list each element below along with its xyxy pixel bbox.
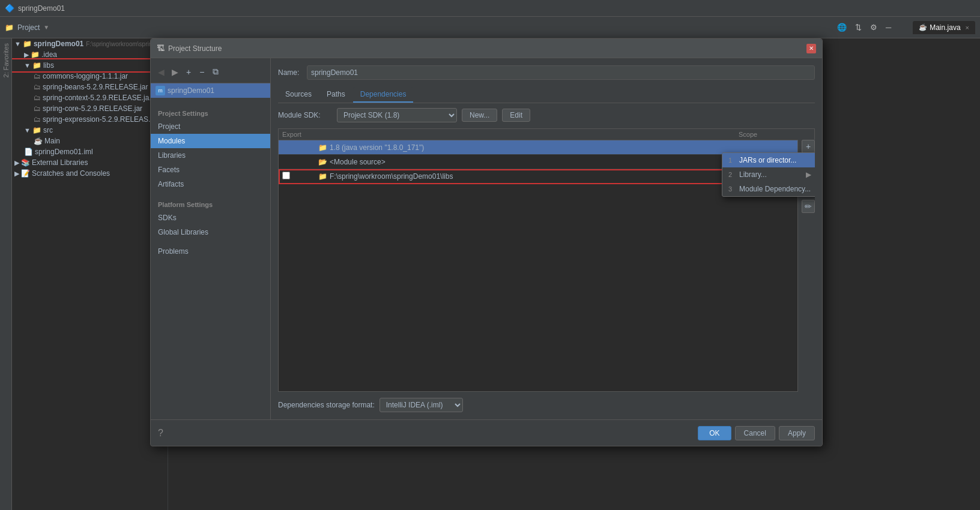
- dialog-nav-toolbar: ◀ ▶ + − ⧉: [151, 63, 270, 83]
- jar-label-4: spring-core-5.2.9.RELEASE.jar: [43, 104, 142, 113]
- apply-button[interactable]: Apply: [779, 426, 815, 440]
- class-icon: ☕: [34, 137, 43, 145]
- tree-item-jar5[interactable]: 🗂 spring-expression-5.2.9.RELEAS...: [12, 114, 168, 125]
- module-item-springdemo01[interactable]: m springDemo01: [151, 83, 270, 98]
- forward-btn[interactable]: ▶: [169, 66, 181, 78]
- help-icon[interactable]: ?: [158, 428, 163, 439]
- submenu-arrow: ▶: [806, 170, 811, 179]
- tree-item-jar4[interactable]: 🗂 spring-core-5.2.9.RELEASE.jar: [12, 103, 168, 114]
- tree-item-scratches[interactable]: ▶ 📝 Scratches and Consoles: [12, 168, 168, 179]
- jar-icon-2: 🗂: [34, 83, 41, 91]
- project-sidebar: ▼ 📁 springDemo01 F:\spring\workroom\spri…: [12, 38, 168, 510]
- toolbar: 📁 Project ▼ 🌐 ⇅ ⚙ ─ ☕ Main.java ×: [0, 17, 980, 38]
- src-icon: 📁: [32, 126, 41, 134]
- name-row: Name:: [278, 65, 815, 80]
- expand-icon-scratch: ▶: [14, 170, 19, 178]
- dep-table-wrapper: 📁 1.8 (java version "1.8.0_171") 📂: [278, 140, 815, 392]
- dialog-titlebar: 🏗 Project Structure ✕: [151, 39, 822, 58]
- favorites-tab[interactable]: 2: Favorites: [1, 38, 11, 82]
- folder-icon-libs: 📁: [32, 61, 41, 70]
- folder-icon-idea: 📁: [31, 50, 40, 59]
- dropdown-item-jars[interactable]: 1 JARs or director...: [722, 153, 815, 167]
- expand-icon-src: ▼: [24, 127, 31, 134]
- tree-label-ext-libs: External Libraries: [32, 158, 88, 167]
- tree-label-scratches: Scratches and Consoles: [32, 169, 110, 178]
- tab-main-java[interactable]: ☕ Main.java ×: [913, 21, 975, 34]
- tab-close-icon[interactable]: ×: [966, 24, 969, 31]
- sync-btn[interactable]: ⇅: [853, 22, 864, 33]
- tree-item-jar1[interactable]: 🗂 commons-logging-1.1.1.jar: [12, 71, 168, 82]
- tree-item-jar2[interactable]: 🗂 spring-beans-5.2.9.RELEASE.jar: [12, 82, 168, 92]
- sdk-select[interactable]: Project SDK (1.8): [337, 108, 457, 122]
- vertical-tab-strip: 2: Favorites: [0, 38, 12, 510]
- add-item-btn[interactable]: +: [183, 66, 194, 78]
- tab-dependencies[interactable]: Dependencies: [353, 87, 414, 103]
- dep-row-libs[interactable]: 📁 F:\spring\workroom\springDemo01\libs C…: [279, 169, 797, 184]
- name-label: Name:: [278, 68, 302, 77]
- dep-checkbox-libs[interactable]: [282, 172, 318, 181]
- dialog-title-text: Project Structure: [168, 44, 222, 53]
- minimize-btn[interactable]: ─: [883, 22, 894, 33]
- jar-icon-4: 🗂: [34, 104, 41, 113]
- item-label-jars: JARs or director...: [739, 156, 796, 164]
- project-dropdown[interactable]: Project: [17, 23, 40, 32]
- copy-item-btn[interactable]: ⧉: [210, 65, 222, 78]
- dialog-close-button[interactable]: ✕: [806, 44, 816, 53]
- libs-checkbox-input[interactable]: [282, 172, 290, 179]
- jar-label-2: spring-beans-5.2.9.RELEASE.jar: [43, 83, 148, 91]
- tree-item-jar3[interactable]: 🗂 spring-context-5.2.9.RELEASE.ja...: [12, 92, 168, 103]
- cancel-button[interactable]: Cancel: [735, 426, 775, 440]
- java-icon: ☕: [919, 23, 927, 31]
- nav-item-libraries[interactable]: Libraries: [151, 148, 270, 163]
- nav-item-artifacts[interactable]: Artifacts: [151, 177, 270, 191]
- name-input[interactable]: [307, 65, 815, 80]
- root-label: springDemo01: [34, 40, 83, 48]
- nav-item-global-libs[interactable]: Global Libraries: [151, 225, 270, 239]
- sdk-label: Module SDK:: [278, 111, 332, 119]
- expand-icon-ext: ▶: [14, 159, 19, 167]
- settings-btn[interactable]: ⚙: [868, 22, 880, 33]
- module-icon: m: [156, 86, 165, 95]
- tree-item-ext-libs[interactable]: ▶ 📚 External Libraries: [12, 157, 168, 168]
- nav-item-problems[interactable]: Problems: [151, 244, 270, 259]
- dep-row-source[interactable]: 📂 <Module source>: [279, 155, 797, 169]
- dep-name-source: 📂 <Module source>: [318, 158, 722, 166]
- dep-edit-btn[interactable]: ✏: [802, 200, 815, 213]
- expand-icon-libs: ▼: [24, 62, 31, 69]
- jar-icon-5: 🗂: [34, 115, 41, 124]
- storage-select[interactable]: IntelliJ IDEA (.iml) Eclipse (.classpath…: [380, 398, 463, 412]
- tab-paths[interactable]: Paths: [319, 87, 352, 103]
- dropdown-item-library[interactable]: 2 Library... ▶: [722, 167, 815, 182]
- project-icon: ▼: [14, 40, 21, 47]
- nav-item-project[interactable]: Project: [151, 119, 270, 134]
- tree-item-idea[interactable]: ▶ 📁 .idea: [12, 49, 168, 60]
- remove-item-btn[interactable]: −: [196, 66, 207, 78]
- tree-item-iml[interactable]: 📄 springDemo01.iml: [12, 146, 168, 157]
- tab-bar: Sources Paths Dependencies: [278, 87, 815, 103]
- dropdown-item-module-dep[interactable]: 3 Module Dependency...: [722, 182, 815, 196]
- expand-icon: ▶: [24, 51, 29, 59]
- jar-label-5: spring-expression-5.2.9.RELEAS...: [43, 115, 154, 124]
- jar-icon-1: 🗂: [34, 72, 41, 80]
- tree-item-src[interactable]: ▼ 📁 src: [12, 125, 168, 136]
- sdk-edit-btn[interactable]: Edit: [502, 109, 530, 122]
- dep-row-jdk[interactable]: 📁 1.8 (java version "1.8.0_171"): [279, 140, 797, 155]
- back-btn[interactable]: ◀: [156, 66, 167, 78]
- title-bar-text: springDemo01: [18, 4, 65, 13]
- tree-label-src: src: [43, 126, 53, 134]
- dep-add-btn[interactable]: + 1 JARs or director... 2 Lib: [802, 140, 815, 153]
- globe-btn[interactable]: 🌐: [835, 22, 849, 33]
- nav-item-modules[interactable]: Modules: [151, 134, 270, 148]
- nav-item-facets[interactable]: Facets: [151, 163, 270, 177]
- dialog-right-panel: Name: Sources Paths Dependencies Module …: [271, 58, 822, 419]
- tree-item-main-class[interactable]: ☕ Main: [12, 136, 168, 146]
- add-dependency-dropdown: 1 JARs or director... 2 Library... ▶: [722, 152, 815, 197]
- ok-button[interactable]: OK: [698, 426, 731, 440]
- tab-sources[interactable]: Sources: [278, 87, 319, 103]
- dep-name-libs: 📁 F:\spring\workroom\springDemo01\libs: [318, 172, 722, 181]
- col-header-scope: Scope: [739, 131, 811, 138]
- nav-item-sdks[interactable]: SDKs: [151, 211, 270, 225]
- tree-item-libs[interactable]: ▼ 📁 libs: [12, 60, 168, 71]
- tree-root[interactable]: ▼ 📁 springDemo01 F:\spring\workroom\spri…: [12, 38, 168, 49]
- sdk-new-btn[interactable]: New...: [462, 109, 497, 122]
